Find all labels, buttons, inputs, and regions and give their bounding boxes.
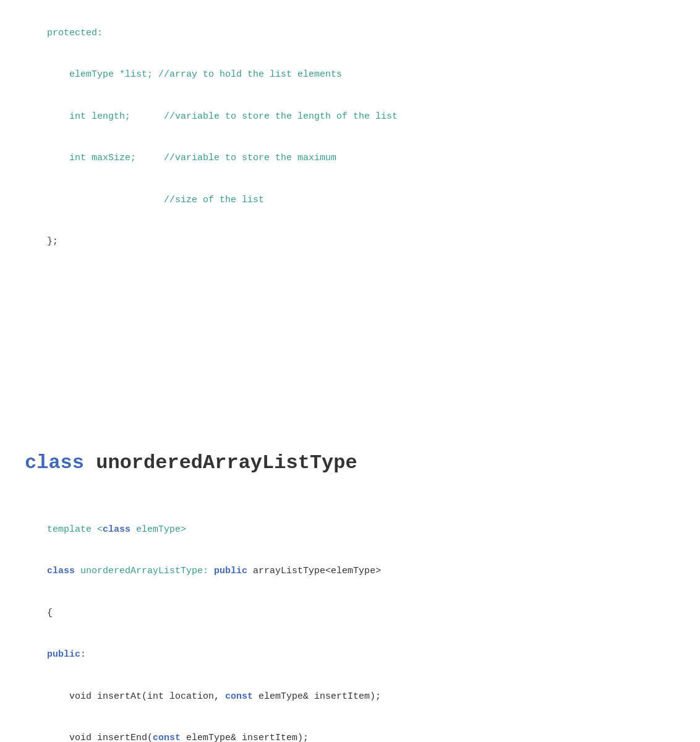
code-block-bottom: template <class elemType> class unordere… <box>25 509 675 742</box>
code-line-1: elemType *list; //array to hold the list… <box>25 54 675 96</box>
code-block-top: protected: elemType *list; //array to ho… <box>25 12 675 263</box>
spacer-large <box>25 263 675 424</box>
template-line: template <class elemType> <box>25 509 675 551</box>
protected-label: protected: <box>25 12 675 54</box>
spacer-after-heading <box>25 497 675 509</box>
method-insertEnd: void insertEnd(const elemType& insertIte… <box>25 718 675 743</box>
open-brace-line: { <box>25 592 675 634</box>
class-declaration-line: class unorderedArrayListType: public arr… <box>25 551 675 593</box>
public-label-line: public: <box>25 634 675 676</box>
code-line-2: int length; //variable to store the leng… <box>25 96 675 138</box>
code-line-3: int maxSize; //variable to store the max… <box>25 138 675 180</box>
code-line-4: //size of the list <box>25 179 675 221</box>
code-closing-brace: }; <box>25 221 675 263</box>
class-heading: class unorderedArrayListType <box>25 448 675 478</box>
method-insertAt: void insertAt(int location, const elemTy… <box>25 676 675 718</box>
